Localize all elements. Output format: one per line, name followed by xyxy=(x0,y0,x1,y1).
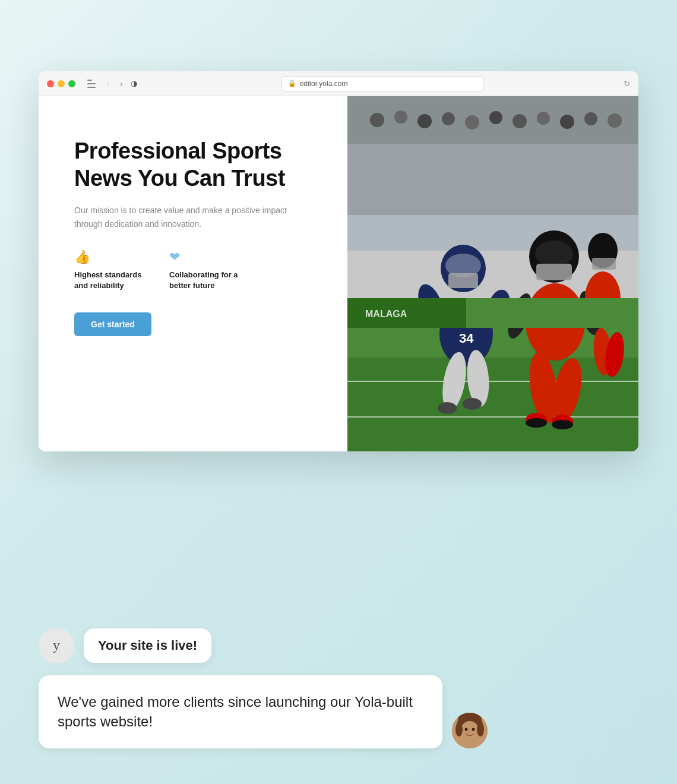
minimize-button[interactable] xyxy=(58,80,65,87)
user-avatar xyxy=(452,713,488,748)
forward-button[interactable]: › xyxy=(118,78,125,90)
svg-point-22 xyxy=(526,418,547,428)
maximize-button[interactable] xyxy=(68,80,75,87)
svg-rect-52 xyxy=(466,298,638,328)
chat-message-1: Your site is live! xyxy=(98,638,197,653)
hero-title: Professional Sports News You Can Trust xyxy=(74,138,312,192)
chat-bubble-1: Your site is live! xyxy=(84,628,211,663)
chat-row-user: We've gained more clients since launchin… xyxy=(39,675,561,748)
chat-section: y Your site is live! We've gained more c… xyxy=(39,628,561,748)
chat-message-2: We've gained more clients since launchin… xyxy=(58,694,413,730)
user-avatar-svg xyxy=(452,713,488,748)
sports-scene-svg: 34 xyxy=(347,96,638,451)
address-bar[interactable]: 🔒 editor.yola.com xyxy=(281,76,483,91)
svg-point-47 xyxy=(560,115,574,129)
svg-point-61 xyxy=(477,722,484,736)
sports-image: 34 xyxy=(347,96,638,451)
feature-item-2: ❤ Collaborating for a better future xyxy=(169,249,241,291)
svg-point-57 xyxy=(465,728,468,731)
svg-point-58 xyxy=(472,728,475,731)
svg-text:34: 34 xyxy=(459,331,474,346)
browser-controls xyxy=(87,80,98,88)
svg-point-16 xyxy=(438,402,457,414)
browser-content: Professional Sports News You Can Trust O… xyxy=(39,96,638,451)
svg-rect-29 xyxy=(536,264,572,280)
browser-window: ‹ › ◑ 🔒 editor.yola.com ↻ Professional S… xyxy=(39,71,638,451)
svg-point-17 xyxy=(463,398,482,410)
chat-row-yola: y Your site is live! xyxy=(39,628,561,663)
svg-point-41 xyxy=(417,114,432,128)
svg-point-23 xyxy=(552,420,573,429)
thumbs-up-icon: 👍 xyxy=(74,249,145,265)
content-left: Professional Sports News You Can Trust O… xyxy=(39,96,347,451)
svg-point-48 xyxy=(584,112,597,125)
svg-point-43 xyxy=(465,115,479,129)
svg-rect-10 xyxy=(448,273,478,288)
features-row: 👍 Highest standards and reliability ❤ Co… xyxy=(74,249,312,291)
yola-avatar: y xyxy=(39,628,74,663)
svg-rect-33 xyxy=(592,258,616,270)
feature-item-1: 👍 Highest standards and reliability xyxy=(74,249,145,291)
svg-point-60 xyxy=(455,722,463,736)
traffic-lights xyxy=(47,80,75,87)
yola-avatar-letter: y xyxy=(53,637,60,653)
sidebar-toggle-button[interactable] xyxy=(87,80,98,88)
sports-image-panel: 34 xyxy=(347,96,638,451)
lock-icon: 🔒 xyxy=(288,80,296,87)
back-button[interactable]: ‹ xyxy=(104,78,112,90)
svg-rect-2 xyxy=(347,346,638,451)
chat-bubble-2: We've gained more clients since launchin… xyxy=(39,675,442,748)
address-bar-wrapper: 🔒 editor.yola.com xyxy=(147,76,618,91)
svg-point-46 xyxy=(537,112,550,125)
svg-point-45 xyxy=(513,114,527,128)
svg-point-39 xyxy=(370,113,384,127)
privacy-icon: ◑ xyxy=(131,79,137,88)
url-text: editor.yola.com xyxy=(300,80,348,88)
svg-point-40 xyxy=(394,110,407,124)
browser-titlebar: ‹ › ◑ 🔒 editor.yola.com ↻ xyxy=(39,71,638,96)
svg-point-56 xyxy=(460,721,479,742)
get-started-button[interactable]: Get started xyxy=(74,312,151,336)
feature-2-label: Collaborating for a better future xyxy=(169,270,241,291)
heart-icon: ❤ xyxy=(169,249,241,265)
svg-point-42 xyxy=(442,112,455,125)
svg-point-49 xyxy=(608,113,622,128)
svg-point-44 xyxy=(489,111,502,124)
close-button[interactable] xyxy=(47,80,54,87)
svg-point-28 xyxy=(535,241,573,267)
feature-1-label: Highest standards and reliability xyxy=(74,270,145,291)
hero-subtitle: Our mission is to create value and make … xyxy=(74,204,312,230)
refresh-button[interactable]: ↻ xyxy=(624,79,630,88)
svg-text:MALAGA: MALAGA xyxy=(365,309,407,319)
